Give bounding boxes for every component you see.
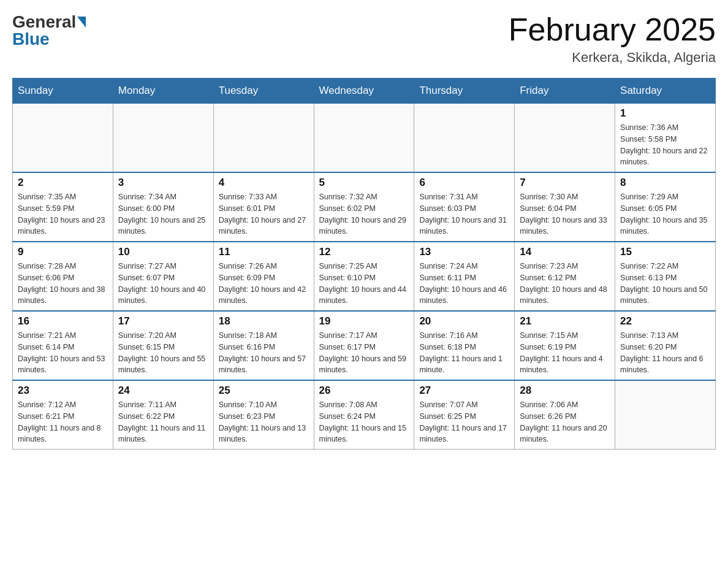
table-row: 12Sunrise: 7:25 AMSunset: 6:10 PMDayligh…	[314, 242, 414, 311]
day-info: Sunrise: 7:16 AMSunset: 6:18 PMDaylight:…	[419, 330, 509, 376]
day-number: 3	[118, 177, 208, 189]
table-row	[13, 104, 113, 173]
calendar-week-row: 9Sunrise: 7:28 AMSunset: 6:06 PMDaylight…	[13, 242, 716, 311]
table-row	[113, 104, 213, 173]
day-info: Sunrise: 7:32 AMSunset: 6:02 PMDaylight:…	[319, 191, 409, 237]
day-number: 21	[520, 315, 610, 327]
day-number: 23	[18, 385, 108, 397]
day-info: Sunrise: 7:07 AMSunset: 6:25 PMDaylight:…	[419, 399, 509, 445]
table-row: 10Sunrise: 7:27 AMSunset: 6:07 PMDayligh…	[113, 242, 213, 311]
table-row: 19Sunrise: 7:17 AMSunset: 6:17 PMDayligh…	[314, 311, 414, 380]
day-number: 15	[620, 246, 710, 258]
table-row: 9Sunrise: 7:28 AMSunset: 6:06 PMDaylight…	[13, 242, 113, 311]
table-row: 26Sunrise: 7:08 AMSunset: 6:24 PMDayligh…	[314, 380, 414, 450]
day-info: Sunrise: 7:12 AMSunset: 6:21 PMDaylight:…	[18, 399, 108, 445]
location-text: Kerkera, Skikda, Algeria	[509, 50, 716, 66]
day-info: Sunrise: 7:11 AMSunset: 6:22 PMDaylight:…	[118, 399, 208, 445]
day-number: 11	[219, 246, 309, 258]
calendar-week-row: 23Sunrise: 7:12 AMSunset: 6:21 PMDayligh…	[13, 380, 716, 450]
day-info: Sunrise: 7:06 AMSunset: 6:26 PMDaylight:…	[520, 399, 610, 445]
col-wednesday: Wednesday	[314, 79, 414, 104]
logo-arrow-icon	[77, 17, 86, 28]
table-row: 28Sunrise: 7:06 AMSunset: 6:26 PMDayligh…	[515, 380, 615, 450]
table-row: 25Sunrise: 7:10 AMSunset: 6:23 PMDayligh…	[213, 380, 314, 450]
col-friday: Friday	[515, 79, 615, 104]
day-info: Sunrise: 7:28 AMSunset: 6:06 PMDaylight:…	[18, 261, 108, 307]
day-info: Sunrise: 7:18 AMSunset: 6:16 PMDaylight:…	[219, 330, 309, 376]
table-row: 27Sunrise: 7:07 AMSunset: 6:25 PMDayligh…	[414, 380, 515, 450]
day-info: Sunrise: 7:22 AMSunset: 6:13 PMDaylight:…	[620, 261, 710, 307]
day-info: Sunrise: 7:15 AMSunset: 6:19 PMDaylight:…	[520, 330, 610, 376]
day-number: 5	[319, 177, 409, 189]
day-info: Sunrise: 7:36 AMSunset: 5:58 PMDaylight:…	[620, 122, 710, 168]
table-row: 11Sunrise: 7:26 AMSunset: 6:09 PMDayligh…	[213, 242, 314, 311]
col-saturday: Saturday	[615, 79, 716, 104]
calendar-week-row: 16Sunrise: 7:21 AMSunset: 6:14 PMDayligh…	[13, 311, 716, 380]
table-row	[414, 104, 515, 173]
day-number: 25	[219, 385, 309, 397]
table-row: 14Sunrise: 7:23 AMSunset: 6:12 PMDayligh…	[515, 242, 615, 311]
day-number: 8	[620, 177, 710, 189]
day-info: Sunrise: 7:08 AMSunset: 6:24 PMDaylight:…	[319, 399, 409, 445]
day-info: Sunrise: 7:27 AMSunset: 6:07 PMDaylight:…	[118, 261, 208, 307]
day-number: 6	[419, 177, 509, 189]
table-row: 17Sunrise: 7:20 AMSunset: 6:15 PMDayligh…	[113, 311, 213, 380]
day-info: Sunrise: 7:30 AMSunset: 6:04 PMDaylight:…	[520, 191, 610, 237]
table-row: 1Sunrise: 7:36 AMSunset: 5:58 PMDaylight…	[615, 104, 716, 173]
day-number: 7	[520, 177, 610, 189]
col-tuesday: Tuesday	[213, 79, 314, 104]
logo: General Blue	[12, 12, 86, 49]
table-row: 5Sunrise: 7:32 AMSunset: 6:02 PMDaylight…	[314, 172, 414, 242]
day-number: 12	[319, 246, 409, 258]
table-row: 22Sunrise: 7:13 AMSunset: 6:20 PMDayligh…	[615, 311, 716, 380]
day-number: 10	[118, 246, 208, 258]
table-row: 3Sunrise: 7:34 AMSunset: 6:00 PMDaylight…	[113, 172, 213, 242]
day-info: Sunrise: 7:21 AMSunset: 6:14 PMDaylight:…	[18, 330, 108, 376]
day-number: 9	[18, 246, 108, 258]
table-row: 20Sunrise: 7:16 AMSunset: 6:18 PMDayligh…	[414, 311, 515, 380]
day-number: 20	[419, 315, 509, 327]
day-info: Sunrise: 7:13 AMSunset: 6:20 PMDaylight:…	[620, 330, 710, 376]
table-row: 23Sunrise: 7:12 AMSunset: 6:21 PMDayligh…	[13, 380, 113, 450]
calendar-header-row: Sunday Monday Tuesday Wednesday Thursday…	[13, 79, 716, 104]
day-number: 13	[419, 246, 509, 258]
day-info: Sunrise: 7:23 AMSunset: 6:12 PMDaylight:…	[520, 261, 610, 307]
table-row	[213, 104, 314, 173]
table-row: 6Sunrise: 7:31 AMSunset: 6:03 PMDaylight…	[414, 172, 515, 242]
day-info: Sunrise: 7:31 AMSunset: 6:03 PMDaylight:…	[419, 191, 509, 237]
day-number: 28	[520, 385, 610, 397]
table-row: 21Sunrise: 7:15 AMSunset: 6:19 PMDayligh…	[515, 311, 615, 380]
day-info: Sunrise: 7:10 AMSunset: 6:23 PMDaylight:…	[219, 399, 309, 445]
day-number: 19	[319, 315, 409, 327]
day-info: Sunrise: 7:29 AMSunset: 6:05 PMDaylight:…	[620, 191, 710, 237]
day-info: Sunrise: 7:25 AMSunset: 6:10 PMDaylight:…	[319, 261, 409, 307]
day-number: 14	[520, 246, 610, 258]
table-row	[314, 104, 414, 173]
page-header: General Blue February 2025 Kerkera, Skik…	[12, 12, 716, 66]
day-number: 22	[620, 315, 710, 327]
day-info: Sunrise: 7:17 AMSunset: 6:17 PMDaylight:…	[319, 330, 409, 376]
month-title: February 2025	[509, 12, 716, 47]
calendar-week-row: 2Sunrise: 7:35 AMSunset: 5:59 PMDaylight…	[13, 172, 716, 242]
col-thursday: Thursday	[414, 79, 515, 104]
day-info: Sunrise: 7:26 AMSunset: 6:09 PMDaylight:…	[219, 261, 309, 307]
title-section: February 2025 Kerkera, Skikda, Algeria	[509, 12, 716, 66]
table-row	[615, 380, 716, 450]
table-row: 24Sunrise: 7:11 AMSunset: 6:22 PMDayligh…	[113, 380, 213, 450]
table-row: 4Sunrise: 7:33 AMSunset: 6:01 PMDaylight…	[213, 172, 314, 242]
day-number: 4	[219, 177, 309, 189]
table-row: 16Sunrise: 7:21 AMSunset: 6:14 PMDayligh…	[13, 311, 113, 380]
day-number: 26	[319, 385, 409, 397]
day-info: Sunrise: 7:33 AMSunset: 6:01 PMDaylight:…	[219, 191, 309, 237]
day-number: 2	[18, 177, 108, 189]
table-row: 8Sunrise: 7:29 AMSunset: 6:05 PMDaylight…	[615, 172, 716, 242]
day-info: Sunrise: 7:20 AMSunset: 6:15 PMDaylight:…	[118, 330, 208, 376]
table-row: 15Sunrise: 7:22 AMSunset: 6:13 PMDayligh…	[615, 242, 716, 311]
day-number: 24	[118, 385, 208, 397]
table-row: 13Sunrise: 7:24 AMSunset: 6:11 PMDayligh…	[414, 242, 515, 311]
table-row: 2Sunrise: 7:35 AMSunset: 5:59 PMDaylight…	[13, 172, 113, 242]
day-number: 27	[419, 385, 509, 397]
day-number: 17	[118, 315, 208, 327]
logo-blue-text: Blue	[12, 29, 50, 49]
day-number: 16	[18, 315, 108, 327]
